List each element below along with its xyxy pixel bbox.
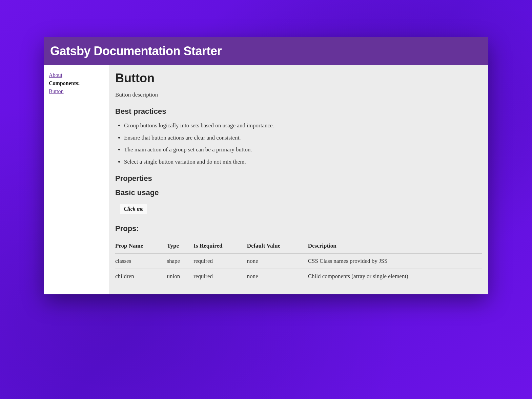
cell-required: required (193, 269, 247, 284)
sidebar-link-about[interactable]: About (49, 71, 104, 79)
main-content: Button Button description Best practices… (109, 65, 488, 294)
th-required: Is Required (193, 238, 247, 254)
cell-type: shape (167, 254, 193, 269)
cell-prop-name: children (115, 269, 167, 284)
list-item: The main action of a group set can be a … (124, 145, 482, 154)
table-header-row: Prop Name Type Is Required Default Value… (115, 238, 482, 254)
app-window: Gatsby Documentation Starter About Compo… (44, 37, 488, 294)
th-default: Default Value (247, 238, 308, 254)
cell-description: CSS Class names provided by JSS (308, 254, 482, 269)
cell-default: none (247, 269, 308, 284)
page-description: Button description (115, 91, 482, 98)
th-description: Description (308, 238, 482, 254)
cell-default: none (247, 254, 308, 269)
sidebar: About Components: Button (44, 65, 109, 294)
body-layout: About Components: Button Button Button d… (44, 65, 488, 294)
th-type: Type (167, 238, 193, 254)
props-heading: Props: (115, 224, 482, 233)
example-button[interactable]: Click me (120, 204, 147, 214)
site-title: Gatsby Documentation Starter (50, 44, 482, 58)
table-row: children union required none Child compo… (115, 269, 482, 284)
properties-heading: Properties (115, 174, 482, 183)
cell-description: Child components (array or single elemen… (308, 269, 482, 284)
table-row: classes shape required none CSS Class na… (115, 254, 482, 269)
cell-required: required (193, 254, 247, 269)
list-item: Ensure that button actions are clear and… (124, 133, 482, 142)
best-practices-list: Group buttons logically into sets based … (115, 121, 482, 166)
sidebar-section-components: Components: (49, 79, 104, 87)
props-table: Prop Name Type Is Required Default Value… (115, 238, 482, 284)
list-item: Group buttons logically into sets based … (124, 121, 482, 130)
sidebar-link-button[interactable]: Button (49, 87, 104, 96)
best-practices-heading: Best practices (115, 107, 482, 116)
cell-prop-name: classes (115, 254, 167, 269)
th-prop-name: Prop Name (115, 238, 167, 254)
page-title: Button (115, 71, 482, 85)
cell-type: union (167, 269, 193, 284)
header-bar: Gatsby Documentation Starter (44, 37, 488, 65)
list-item: Select a single button variation and do … (124, 158, 482, 166)
basic-usage-heading: Basic usage (115, 188, 482, 197)
